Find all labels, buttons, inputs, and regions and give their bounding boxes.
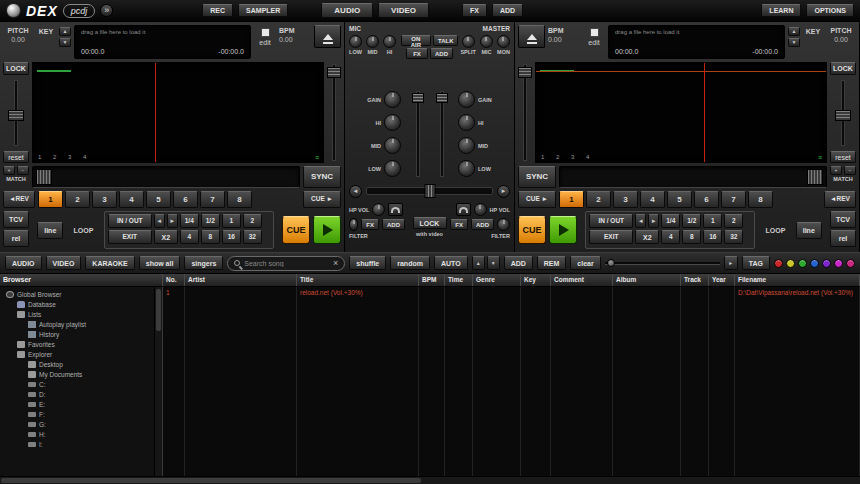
crossfader-right-button[interactable]: ►: [497, 185, 510, 198]
column-header[interactable]: Artist: [185, 274, 297, 286]
tcv-button[interactable]: TCV: [3, 211, 29, 228]
loop-length-button[interactable]: 1/4: [661, 214, 680, 228]
filter-video-button[interactable]: VIDEO: [46, 256, 82, 270]
eq-knob[interactable]: [384, 160, 401, 177]
hotcue-button[interactable]: 3: [92, 191, 117, 208]
play-button[interactable]: [313, 216, 341, 244]
pitch-reset-button[interactable]: reset: [3, 151, 29, 163]
tag-color-dot[interactable]: [786, 259, 795, 268]
play-button[interactable]: [549, 216, 577, 244]
deck-volume-fader[interactable]: [327, 62, 341, 163]
column-header[interactable]: Key: [521, 274, 551, 286]
hotcue-button[interactable]: 5: [146, 191, 171, 208]
horizontal-scrollbar-thumb[interactable]: [1, 478, 421, 483]
hotcue-button[interactable]: 2: [65, 191, 90, 208]
crossfader-left-button[interactable]: ◄: [349, 185, 362, 198]
hotcue-button[interactable]: 6: [694, 191, 719, 208]
seek-thumb[interactable]: [36, 169, 52, 185]
tag-color-dot[interactable]: [798, 259, 807, 268]
loop-length-button[interactable]: 1: [703, 214, 722, 228]
tree-scrollbar[interactable]: [154, 287, 162, 476]
channel-fx-button[interactable]: FX: [450, 219, 468, 230]
master-knob[interactable]: [480, 35, 493, 48]
loop-x2-button[interactable]: X2: [154, 230, 178, 244]
keylock-button[interactable]: LOCK: [3, 62, 29, 75]
eq-knob[interactable]: [458, 160, 475, 177]
tree-item[interactable]: Explorer: [2, 349, 152, 359]
tree-item[interactable]: Lists: [2, 309, 152, 319]
hotcue-button[interactable]: 1: [38, 191, 63, 208]
slider-thumb[interactable]: [607, 259, 615, 267]
browser-zoom-slider[interactable]: [605, 258, 720, 268]
filter-karaoke-button[interactable]: KARAOKE: [85, 256, 134, 270]
track-info-display[interactable]: drag a file here to load it 00:00.0 -00:…: [608, 25, 785, 59]
match-minus-button[interactable]: −: [844, 166, 856, 175]
tag-color-dot[interactable]: [822, 259, 831, 268]
master-knob[interactable]: [497, 35, 510, 48]
eq-knob[interactable]: [384, 137, 401, 154]
waveform-display[interactable]: 1 2 3 4 ≡: [535, 62, 827, 163]
eject-button[interactable]: [314, 25, 341, 48]
mic-fx-button[interactable]: FX: [406, 48, 428, 59]
cue-button[interactable]: CUE: [282, 216, 310, 244]
tree-item[interactable]: Autoplay playlist: [2, 319, 152, 329]
hotcue-button[interactable]: 1: [559, 191, 584, 208]
loop-length-button[interactable]: 4: [180, 230, 199, 244]
loop-length-button[interactable]: 16: [222, 230, 241, 244]
track-info-display[interactable]: drag a file here to load it 00:00.0 -00:…: [74, 25, 251, 59]
tree-item[interactable]: Global Browser: [2, 289, 152, 299]
loop-exit-button[interactable]: EXIT: [108, 230, 152, 244]
eject-button[interactable]: [518, 25, 545, 48]
auto-button[interactable]: AUTO: [434, 256, 468, 270]
mic-eq-knob[interactable]: [366, 35, 379, 48]
tag-color-dot[interactable]: [834, 259, 843, 268]
key-down-button[interactable]: ▼: [788, 38, 800, 47]
show-all-button[interactable]: show all: [139, 256, 181, 270]
filter-knob[interactable]: [349, 218, 358, 231]
tree-item[interactable]: G:: [2, 419, 152, 429]
key-down-button[interactable]: ▼: [59, 38, 71, 47]
match-plus-button[interactable]: +: [830, 166, 842, 175]
cue-button[interactable]: CUE: [518, 216, 546, 244]
tag-button[interactable]: TAG: [742, 256, 770, 270]
singers-button[interactable]: singers: [184, 256, 223, 270]
tree-item[interactable]: Database: [2, 299, 152, 309]
reverse-button[interactable]: ◄REV: [824, 191, 856, 208]
keylock-button[interactable]: LOCK: [830, 62, 856, 75]
list-clear-button[interactable]: clear: [570, 256, 600, 270]
reverse-button[interactable]: ◄REV: [3, 191, 35, 208]
tag-color-dot[interactable]: [810, 259, 819, 268]
master-knob[interactable]: [462, 35, 475, 48]
column-header[interactable]: Filename: [735, 274, 860, 286]
move-down-button[interactable]: ▼: [487, 256, 500, 270]
loop-exit-button[interactable]: EXIT: [589, 230, 633, 244]
loop-length-button[interactable]: 1/4: [180, 214, 199, 228]
mic-eq-knob[interactable]: [349, 35, 362, 48]
list-add-button[interactable]: ADD: [504, 256, 533, 270]
eq-knob[interactable]: [384, 91, 401, 108]
cue-jump-button[interactable]: CUE ►: [303, 191, 341, 208]
tree-item[interactable]: E:: [2, 399, 152, 409]
headphone-cue-button[interactable]: [388, 203, 403, 216]
channel-fader-thumb[interactable]: [436, 93, 448, 103]
move-up-button[interactable]: ▲: [472, 256, 485, 270]
tree-item[interactable]: History: [2, 329, 152, 339]
eq-knob[interactable]: [458, 114, 475, 131]
video-lock-button[interactable]: LOCK: [413, 217, 447, 229]
cue-jump-button[interactable]: CUE ►: [518, 191, 556, 208]
column-header[interactable]: Time: [445, 274, 473, 286]
eq-knob[interactable]: [458, 137, 475, 154]
sync-button[interactable]: SYNC: [518, 166, 556, 188]
loop-shift-right-button[interactable]: ►: [648, 214, 659, 228]
tree-item[interactable]: F:: [2, 409, 152, 419]
tag-color-dot[interactable]: [846, 259, 855, 268]
channel-add-button[interactable]: ADD: [471, 219, 494, 230]
hotcue-button[interactable]: 4: [640, 191, 665, 208]
loop-length-button[interactable]: 32: [724, 230, 743, 244]
fx-button[interactable]: FX: [462, 4, 487, 17]
pitch-slider-thumb[interactable]: [835, 110, 851, 121]
seek-thumb[interactable]: [807, 169, 823, 185]
list-remove-button[interactable]: REM: [537, 256, 567, 270]
key-up-button[interactable]: ▲: [788, 27, 800, 36]
loop-x2-button[interactable]: X2: [635, 230, 659, 244]
